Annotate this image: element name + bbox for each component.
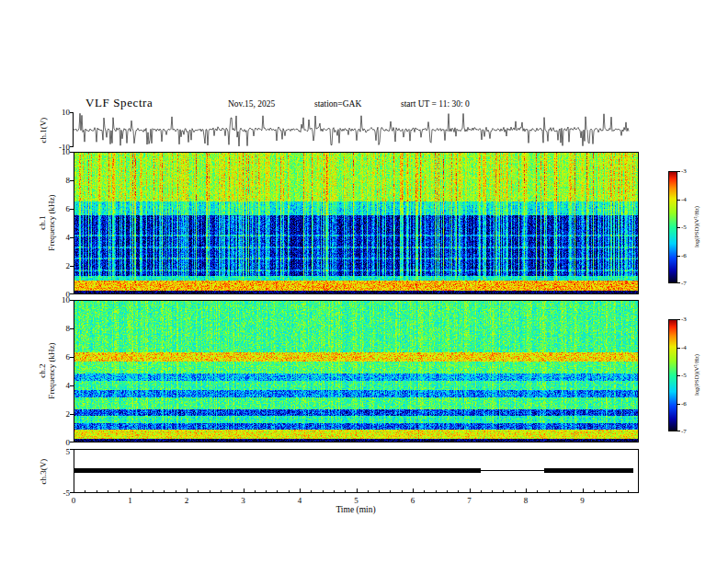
colorbar-tick-mark	[677, 227, 680, 228]
ch2-spec-y-tick-mark	[70, 357, 74, 358]
colorbar-ch1-canvas	[669, 172, 677, 282]
ch1-spec-y-tick-label: 4	[48, 233, 70, 242]
ch1-spec-y-tick-label: 10	[48, 147, 70, 156]
ch2-spectrogram-panel	[74, 300, 639, 442]
time-minor-tick	[368, 490, 369, 493]
ch1-axis-frequency-line: Frequency (kHz)	[47, 154, 56, 292]
colorbar-ch2	[668, 319, 677, 431]
time-minor-tick	[594, 490, 595, 493]
time-minor-tick	[221, 490, 222, 493]
colorbar-tick-label: -5	[681, 224, 696, 231]
vlf-spectra-figure: VLF Spectra Nov.15, 2025 station=GAK sta…	[0, 0, 728, 563]
time-minor-tick	[108, 490, 108, 493]
time-minor-tick	[605, 490, 606, 493]
colorbar-tick-label: -4	[681, 344, 696, 351]
ch1-spec-y-tick-mark	[70, 237, 74, 238]
time-minor-tick	[289, 490, 290, 493]
time-major-tick	[526, 488, 527, 493]
ch1-spectrogram-panel	[74, 152, 639, 294]
ch1-spec-y-tick-mark	[70, 209, 74, 210]
ch2-axis-frequency-line: Frequency (kHz)	[47, 302, 56, 440]
time-minor-tick	[266, 490, 267, 493]
colorbar-tick-label: -7	[681, 428, 696, 435]
time-minor-tick	[628, 490, 629, 493]
ch1-waveform-panel	[74, 112, 639, 147]
time-tick-label: 2	[179, 496, 194, 505]
time-minor-tick	[198, 490, 199, 493]
time-minor-tick	[481, 490, 482, 493]
ch2-spec-y-tick-label: 10	[48, 295, 70, 304]
time-minor-tick	[424, 490, 425, 493]
ch1-spec-y-tick-label: 8	[48, 176, 70, 185]
time-minor-tick	[255, 490, 256, 493]
time-minor-tick	[436, 490, 437, 493]
time-minor-tick	[164, 490, 165, 493]
ch2-spec-y-tick-mark	[70, 414, 74, 415]
start-ut-label: start UT = 11: 30: 0	[401, 99, 470, 109]
ch1-wave-y-axis-line	[73, 112, 74, 147]
colorbar-tick-label: -7	[681, 280, 696, 287]
ch1-spec-y-tick-mark	[70, 293, 74, 294]
ch2-spec-y-tick-mark	[70, 385, 74, 386]
ch2-spec-y-tick-mark	[70, 442, 74, 442]
ch2-spec-y-tick-label: 8	[48, 324, 70, 333]
time-minor-tick	[97, 490, 97, 493]
time-minor-tick	[390, 490, 391, 493]
time-minor-tick	[549, 490, 550, 493]
time-major-tick	[357, 488, 358, 493]
time-tick-label: 9	[575, 496, 590, 505]
colorbar-tick-label: -4	[681, 196, 696, 203]
ch2-spec-y-tick-mark	[70, 300, 74, 301]
ch1-wave-tick-mark	[70, 146, 74, 147]
ch3-tick-label: 5	[48, 447, 70, 456]
time-tick-label: 0	[66, 496, 81, 505]
ch1-wave-tick-mark	[70, 112, 74, 113]
ch2-spectrogram-canvas	[74, 301, 638, 442]
figure-date: Nov.15, 2025	[228, 99, 275, 109]
time-minor-tick	[153, 490, 154, 493]
ch1-frequency-axis-label: ch.1 Frequency (kHz)	[38, 154, 56, 292]
time-minor-tick	[334, 490, 335, 493]
time-major-tick	[244, 488, 245, 493]
ch1-wave-tick-label: 10	[48, 108, 70, 117]
time-tick-label: 6	[405, 496, 420, 505]
colorbar-tick-mark	[677, 200, 680, 201]
time-minor-tick	[85, 490, 85, 493]
colorbar-tick-mark	[677, 375, 680, 376]
colorbar-tick-mark	[677, 171, 680, 172]
time-minor-tick	[515, 490, 516, 493]
time-major-tick	[74, 488, 74, 493]
time-axis-label: Time (min)	[301, 505, 411, 514]
time-minor-tick	[616, 490, 617, 493]
ch3-data-bar	[74, 468, 481, 473]
time-minor-tick	[447, 490, 448, 493]
time-minor-tick	[311, 490, 312, 493]
colorbar-ch1	[668, 171, 677, 283]
ch3-voltage-axis-label: ch.3(V)	[39, 417, 49, 527]
ch1-spec-y-tick-mark	[70, 266, 74, 267]
time-minor-tick	[503, 490, 504, 493]
time-tick-label: 8	[518, 496, 533, 505]
station-label: station=GAK	[314, 99, 361, 109]
time-minor-tick	[119, 490, 119, 493]
colorbar-tick-mark	[677, 256, 680, 257]
time-tick-label: 3	[236, 496, 251, 505]
colorbar-ch2-canvas	[669, 320, 677, 431]
time-major-tick	[187, 488, 188, 493]
ch1-waveform-canvas	[74, 112, 639, 147]
time-minor-tick	[142, 490, 142, 493]
time-major-tick	[131, 488, 131, 493]
figure-title: VLF Spectra	[85, 96, 153, 110]
time-minor-tick	[176, 490, 176, 493]
colorbar-tick-mark	[677, 319, 680, 320]
colorbar-tick-mark	[677, 431, 680, 431]
time-major-tick	[470, 488, 471, 493]
time-minor-tick	[232, 490, 233, 493]
time-tick-label: 5	[349, 496, 364, 505]
time-minor-tick	[458, 490, 459, 493]
time-minor-tick	[277, 490, 278, 493]
ch3-data-bar	[544, 468, 633, 473]
time-tick-label: 1	[123, 496, 138, 505]
colorbar-tick-label: -6	[681, 400, 696, 408]
ch2-spec-y-tick-label: 2	[48, 409, 70, 419]
